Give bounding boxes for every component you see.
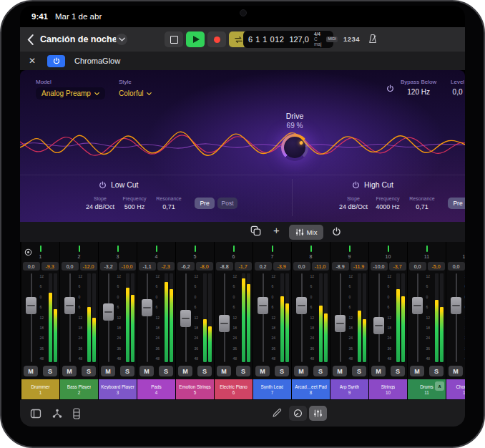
- fader[interactable]: [295, 273, 309, 362]
- fader[interactable]: [179, 273, 193, 362]
- solo-button[interactable]: S: [429, 366, 444, 376]
- solo-button[interactable]: S: [275, 366, 289, 376]
- track-label[interactable]: Arp Synth9: [330, 379, 368, 399]
- mute-button[interactable]: M: [139, 366, 154, 376]
- pan-knob[interactable]: [215, 244, 253, 253]
- browser-button[interactable]: [30, 408, 41, 419]
- track-label[interactable]: Chorus V12: [446, 379, 465, 399]
- drive-knob[interactable]: [281, 134, 308, 161]
- mute-button[interactable]: M: [371, 366, 386, 376]
- low-cut-pre-button[interactable]: Pre: [195, 198, 215, 209]
- routing-button[interactable]: [52, 408, 63, 419]
- solo-button[interactable]: S: [313, 366, 328, 376]
- solo-button[interactable]: S: [391, 366, 405, 376]
- back-button[interactable]: [27, 34, 37, 45]
- fader-cap[interactable]: [64, 297, 75, 314]
- mixer-power-button[interactable]: [332, 226, 341, 239]
- mute-button[interactable]: M: [24, 366, 38, 376]
- high-cut-slope[interactable]: Slope 24 dB/Oct: [339, 196, 368, 210]
- edit-button[interactable]: [272, 408, 282, 418]
- mute-button[interactable]: M: [217, 366, 231, 376]
- fader-cap[interactable]: [296, 297, 307, 314]
- level-value[interactable]: 0,0: [451, 88, 464, 96]
- bypass-power-button[interactable]: [386, 84, 394, 92]
- fader-cap[interactable]: [103, 303, 114, 321]
- high-cut-frequency[interactable]: Frequency 4000 Hz: [373, 196, 402, 210]
- song-title[interactable]: Canción de noche: [40, 34, 117, 44]
- track-label[interactable]: Arcad…eet Pad8: [292, 379, 330, 399]
- solo-button[interactable]: S: [82, 366, 96, 376]
- pan-knob[interactable]: [446, 244, 465, 253]
- mixer-view-button[interactable]: [309, 406, 327, 421]
- fader[interactable]: [63, 273, 77, 362]
- fader-cap[interactable]: [373, 317, 384, 334]
- plugin-power-button[interactable]: [47, 55, 65, 67]
- stop-button[interactable]: [165, 31, 183, 47]
- fader[interactable]: [372, 273, 386, 362]
- low-cut-post-button[interactable]: Post: [217, 198, 237, 209]
- track-label[interactable]: Strings10: [369, 379, 407, 399]
- track-label[interactable]: Synth Lead7: [253, 379, 291, 399]
- mute-button[interactable]: M: [449, 366, 463, 376]
- mute-button[interactable]: M: [101, 366, 115, 376]
- record-button[interactable]: [207, 31, 226, 47]
- fader[interactable]: [102, 273, 116, 362]
- low-cut-resonance[interactable]: Resonance 0,71: [155, 196, 183, 210]
- high-cut-power-button[interactable]: [352, 181, 360, 189]
- fader-cap[interactable]: [451, 297, 461, 314]
- mute-button[interactable]: M: [410, 366, 424, 376]
- track-label[interactable]: Drummer1: [21, 379, 59, 399]
- lcd-display[interactable]: 6 1 1 012 127,0 4/4 C maj MIDI: [243, 31, 333, 48]
- close-plugin-button[interactable]: ✕: [29, 56, 40, 66]
- pan-knob[interactable]: [408, 244, 446, 253]
- fader[interactable]: [140, 273, 155, 362]
- fader-cap[interactable]: [412, 297, 423, 314]
- solo-button[interactable]: S: [159, 366, 173, 376]
- pan-knob[interactable]: [369, 244, 407, 253]
- pan-knob[interactable]: [330, 244, 368, 253]
- solo-button[interactable]: S: [43, 366, 57, 376]
- low-cut-frequency[interactable]: Frequency 500 Hz: [120, 196, 149, 210]
- fader-cap[interactable]: [219, 315, 230, 332]
- low-cut-slope[interactable]: Slope 24 dB/Oct: [86, 196, 114, 210]
- fader[interactable]: [449, 273, 464, 362]
- pan-knob[interactable]: [176, 244, 214, 253]
- mute-button[interactable]: M: [255, 366, 270, 376]
- pan-knob[interactable]: [99, 244, 137, 253]
- solo-button[interactable]: S: [352, 366, 366, 376]
- song-menu-button[interactable]: [116, 34, 127, 45]
- fader-cap[interactable]: [26, 297, 36, 314]
- mute-button[interactable]: M: [333, 366, 347, 376]
- fader[interactable]: [217, 273, 232, 362]
- pan-knob[interactable]: [60, 244, 98, 253]
- add-track-button[interactable]: +: [273, 224, 280, 236]
- model-selector[interactable]: Analog Preamp: [36, 87, 105, 99]
- count-in-button[interactable]: 1234: [343, 35, 360, 43]
- mute-button[interactable]: M: [62, 366, 77, 376]
- low-cut-power-button[interactable]: [99, 181, 107, 189]
- fader[interactable]: [411, 273, 425, 362]
- fader-cap[interactable]: [335, 315, 346, 332]
- mix-button[interactable]: Mix: [289, 225, 323, 240]
- fader-cap[interactable]: [180, 310, 191, 327]
- solo-button[interactable]: S: [197, 366, 212, 376]
- track-label[interactable]: Electric Piano6: [215, 379, 253, 399]
- mixer-filter-button[interactable]: [24, 246, 32, 259]
- track-label[interactable]: Keyboard Player3: [99, 379, 137, 399]
- mute-button[interactable]: M: [294, 366, 308, 376]
- controls-view-button[interactable]: [289, 406, 307, 421]
- mute-button[interactable]: M: [178, 366, 192, 376]
- high-cut-pre-button[interactable]: Pre: [448, 198, 465, 209]
- track-label[interactable]: Bass Player2: [60, 379, 98, 399]
- pan-knob[interactable]: [253, 244, 291, 253]
- track-label[interactable]: Drums11∧: [408, 379, 446, 399]
- duplicate-button[interactable]: [250, 225, 261, 239]
- pan-knob[interactable]: [137, 244, 175, 253]
- high-cut-resonance[interactable]: Resonance 0,71: [408, 196, 436, 210]
- metronome-button[interactable]: [368, 34, 378, 47]
- stack-expand-button[interactable]: ∧: [435, 381, 444, 391]
- bypass-below-value[interactable]: 120 Hz: [401, 88, 436, 96]
- pan-knob[interactable]: [292, 244, 330, 253]
- fader[interactable]: [24, 273, 39, 362]
- play-button[interactable]: [186, 31, 205, 47]
